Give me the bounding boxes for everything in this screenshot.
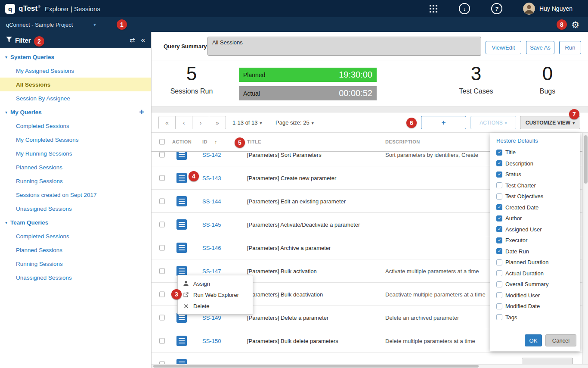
vertical-scrollbar[interactable] [582,133,588,364]
row-checkbox[interactable] [159,361,165,364]
sidebar-query-item[interactable]: Planned Sessions [0,243,151,257]
column-option[interactable]: Overall Summary [490,279,580,290]
user-name[interactable]: Huy Nguyen [539,5,573,12]
session-id-link[interactable]: SS-144 [202,198,221,204]
row-checkbox[interactable] [159,245,165,250]
row-checkbox[interactable] [159,268,165,274]
collapse-sidebar-icon[interactable]: « [141,36,145,44]
sidebar-query-item[interactable]: My Assigned Sessions [0,64,151,78]
session-id-link[interactable]: SS-142 [202,152,221,158]
prev-page-button[interactable]: ‹ [175,116,192,129]
project-selector[interactable]: qConnect - Sample Project ▾ [6,22,96,28]
row-checkbox[interactable] [159,315,165,320]
horizontal-scrollbar[interactable] [152,364,588,368]
sidebar-query-item[interactable]: All Sessions [0,78,151,91]
column-option[interactable]: Modified User [490,290,580,301]
column-checkbox[interactable] [496,303,502,309]
sidebar-query-item[interactable]: Running Sessions [0,257,151,271]
sidebar-query-item[interactable]: Running Sessions [0,174,151,188]
column-header-id[interactable]: ID [202,139,207,144]
context-menu-item[interactable]: Assign [178,278,253,289]
tree-section-header[interactable]: ▾My Queries+ [0,105,151,119]
first-page-button[interactable]: « [158,116,176,129]
session-action-icon[interactable] [176,196,187,206]
row-checkbox[interactable] [159,338,165,343]
run-button[interactable]: Run [559,41,581,54]
view-edit-button[interactable]: View/Edit [486,41,521,54]
session-action-icon[interactable] [176,359,187,365]
column-option[interactable]: Tags [490,312,580,323]
save-as-button[interactable]: Save As [526,41,554,54]
session-id-link[interactable]: SS-149 [202,314,221,321]
column-option[interactable]: Date Run [490,246,580,257]
add-session-button[interactable]: + [421,116,466,129]
session-id-link[interactable]: SS-143 [202,175,221,181]
session-id-link[interactable]: SS-147 [202,268,221,274]
vertical-scrollbar-thumb[interactable] [584,135,588,184]
sidebar-query-item[interactable]: Sessions created on Sept 2017 [0,188,151,202]
sidebar-query-item[interactable]: Unassigned Sessions [0,202,151,215]
column-option[interactable]: Title [490,147,580,158]
column-option[interactable]: Modified Date [490,301,580,312]
sidebar-query-item[interactable]: My Completed Sessions [0,133,151,147]
column-header-description[interactable]: DESCRIPTION [385,139,420,144]
row-checkbox[interactable] [159,198,165,204]
select-all-checkbox[interactable] [159,139,165,145]
column-option[interactable]: Test Objectives [490,191,580,202]
tree-section-header[interactable]: ▾System Queries [0,50,151,64]
column-option[interactable]: Actual Duration [490,268,580,279]
column-checkbox[interactable] [496,259,502,265]
column-option[interactable]: Status [490,169,580,180]
session-action-icon[interactable] [176,173,187,183]
column-checkbox[interactable] [496,215,502,221]
row-checkbox[interactable] [159,152,165,157]
last-page-button[interactable]: » [209,116,226,129]
sidebar-query-item[interactable]: Session By Assignee [0,91,151,105]
row-checkbox[interactable] [159,175,165,181]
session-id-link[interactable]: SS-146 [202,244,221,251]
session-id-link[interactable]: SS-150 [202,337,221,344]
tree-section-header[interactable]: ▾Team Queries [0,215,151,229]
cancel-button[interactable]: Cancel [545,334,576,346]
column-checkbox[interactable] [496,314,502,320]
column-option[interactable]: Author [490,213,580,224]
column-option[interactable]: Description [490,158,580,169]
ok-button[interactable]: OK [525,334,542,346]
sidebar-query-item[interactable]: Unassigned Sessions [0,271,151,284]
horizontal-scrollbar-thumb[interactable] [153,365,479,368]
sidebar-query-item[interactable]: Completed Sessions [0,119,151,133]
sidebar-query-item[interactable]: Planned Sessions [0,160,151,174]
column-option[interactable]: Created Date [490,202,580,213]
query-summary-box[interactable]: All Sessions [207,37,481,56]
session-action-icon[interactable] [176,152,187,160]
session-action-icon[interactable] [176,219,187,230]
user-avatar[interactable] [523,3,535,15]
row-checkbox[interactable] [159,221,165,227]
actions-button[interactable]: ACTIONS▾ [470,116,516,129]
download-icon[interactable]: ↓ [459,3,470,14]
row-checkbox[interactable] [159,291,165,297]
column-checkbox[interactable] [496,193,502,200]
context-menu-item[interactable]: Run Web Explorer [178,289,253,300]
restore-defaults-link[interactable]: Restore Defaults [490,133,580,147]
session-action-icon[interactable] [176,266,187,276]
session-id-link[interactable]: SS-145 [202,221,221,228]
column-option[interactable]: Executor [490,235,580,246]
column-checkbox[interactable] [496,237,502,243]
column-checkbox[interactable] [496,172,502,178]
refresh-queries-icon[interactable]: ⇄ [130,36,135,44]
column-checkbox[interactable] [496,292,502,298]
column-checkbox[interactable] [496,226,502,232]
context-menu-item[interactable]: Delete [178,300,253,312]
column-checkbox[interactable] [496,160,502,166]
column-checkbox[interactable] [496,281,502,287]
sort-ascending-icon[interactable]: ↑ [214,139,217,145]
qtest-logo-icon[interactable]: q [5,4,15,14]
column-checkbox[interactable] [496,270,502,276]
apps-grid-icon[interactable] [430,5,437,12]
column-checkbox[interactable] [496,248,502,254]
settings-gear-icon[interactable]: ⚙ [571,20,579,29]
session-action-icon[interactable] [176,336,187,346]
column-checkbox[interactable] [496,150,502,156]
next-page-button[interactable]: › [192,116,209,129]
